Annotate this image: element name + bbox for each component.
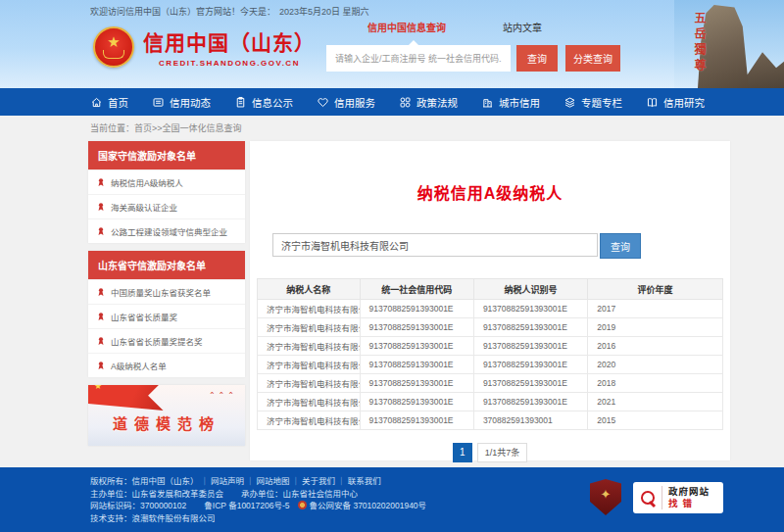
footer-police-link[interactable]: 鲁公网安备 37010202001940号 bbox=[310, 501, 427, 510]
table-cell: 91370882591393001E bbox=[473, 356, 587, 374]
copyright-text: 版权所有：信用中国（山东） bbox=[90, 476, 199, 486]
sidebar-item-china-quality-award[interactable]: 中国质量奖山东省获奖名单 bbox=[88, 279, 245, 304]
main-panel: 纳税信用A级纳税人 查询 纳税人名称 统一社会信用代码 纳税人识别号 评价年度 … bbox=[250, 141, 730, 460]
table-cell: 济宁市海智机电科技有限公司 bbox=[258, 300, 361, 318]
tab-site-articles[interactable]: 站内文章 bbox=[503, 20, 542, 40]
col-taxpayer-name: 纳税人名称 bbox=[258, 279, 361, 300]
heart-icon bbox=[317, 96, 329, 109]
taishan-photo: 五岳獨尊 bbox=[674, 0, 784, 88]
table-row: 济宁市海智机电科技有限公司91370882591393001E913708825… bbox=[258, 356, 723, 374]
sidebar-section-national: 国家守信激励对象名单 纳税信用A级纳税人 海关高级认证企业 公路工程建设领域守信… bbox=[88, 141, 245, 243]
table-cell: 91370882591393001E bbox=[360, 337, 473, 356]
sidebar-item-customs-certified[interactable]: 海关高级认证企业 bbox=[88, 194, 245, 218]
table-cell: 91370882591393001E bbox=[360, 356, 473, 374]
nav-item-special-topics[interactable]: 专题专栏 bbox=[564, 95, 622, 110]
sidebar-section-title: 国家守信激励对象名单 bbox=[88, 141, 245, 169]
col-credit-code: 统一社会信用代码 bbox=[360, 279, 473, 300]
table-row: 济宁市海智机电科技有限公司91370882591393001E370882591… bbox=[258, 411, 723, 430]
nav-item-home[interactable]: 首页 bbox=[90, 95, 128, 110]
footer-site-code: 网站标识码：3700000102 bbox=[90, 501, 186, 510]
table-cell: 济宁市海智机电科技有限公司 bbox=[258, 411, 361, 430]
award-icon bbox=[96, 312, 106, 321]
footer: 版权所有：信用中国（山东）网站声明网站地图关于我们联系我们 主办单位：山东省发展… bbox=[0, 467, 784, 532]
table-cell: 2021 bbox=[588, 393, 723, 411]
brand-text: 信用中国（山东） CREDIT.SHANDONG.GOV.CN bbox=[143, 26, 316, 68]
table-cell: 济宁市海智机电科技有限公司 bbox=[258, 318, 361, 337]
table-cell: 济宁市海智机电科技有限公司 bbox=[258, 374, 361, 393]
table-cell: 2015 bbox=[588, 411, 723, 430]
tab-credit-info-search[interactable]: 信用中国信息查询 bbox=[368, 20, 446, 40]
table-cell: 济宁市海智机电科技有限公司 bbox=[258, 356, 361, 374]
pagination: 1 1/1共7条 bbox=[250, 443, 730, 462]
footer-icp-link[interactable]: 鲁ICP 备10017206号-5 bbox=[204, 501, 289, 510]
footer-link-about[interactable]: 关于我们 bbox=[290, 476, 336, 486]
book-icon bbox=[646, 96, 659, 109]
search-row: 查询 分类查询 bbox=[326, 45, 620, 72]
table-row: 济宁市海智机电科技有限公司91370882591393001E913708825… bbox=[258, 337, 723, 356]
sidebar-item-governor-quality-award[interactable]: 山东省省长质量奖 bbox=[88, 304, 245, 328]
table-cell: 91370882591393001E bbox=[360, 411, 473, 430]
sidebar-item-taxpayer-a[interactable]: 纳税信用A级纳税人 bbox=[88, 169, 245, 194]
moral-banner-text: 道德模范榜 bbox=[88, 412, 245, 433]
table-cell: 2020 bbox=[588, 356, 723, 374]
clipboard-icon bbox=[234, 96, 247, 109]
sidebar-item-governor-quality-nomination[interactable]: 山东省省长质量奖提名奖 bbox=[88, 328, 245, 353]
table-cell: 91370882591393001E bbox=[360, 393, 473, 411]
table-row: 济宁市海智机电科技有限公司91370882591393001E913708825… bbox=[258, 300, 723, 318]
footer-link-sitemap[interactable]: 网站地图 bbox=[244, 476, 290, 486]
award-icon bbox=[96, 226, 106, 236]
police-badge-icon bbox=[298, 501, 307, 509]
footer-line-organizers: 主办单位：山东省发展和改革委员会承办单位：山东省社会信用中心 bbox=[90, 488, 426, 501]
award-icon bbox=[96, 202, 106, 212]
taxpayer-query-button[interactable]: 查询 bbox=[600, 233, 641, 259]
gov-agency-shield-icon[interactable] bbox=[590, 479, 621, 515]
page-title: 纳税信用A级纳税人 bbox=[250, 180, 730, 204]
table-cell: 济宁市海智机电科技有限公司 bbox=[258, 337, 361, 356]
category-query-button[interactable]: 分类查询 bbox=[565, 45, 620, 72]
nav-item-info-disclosure[interactable]: 信息公示 bbox=[234, 95, 293, 110]
header-query-button[interactable]: 查询 bbox=[516, 45, 558, 72]
footer-info: 版权所有：信用中国（山东）网站声明网站地图关于我们联系我们 主办单位：山东省发展… bbox=[90, 475, 426, 524]
main-nav: 首页 信用动态 信息公示 信用服务 政策法规 城市信用 专题专栏 信用研究 bbox=[0, 88, 784, 116]
footer-badges: 政府网站 找错 bbox=[590, 479, 723, 515]
table-cell: 91370882591393001E bbox=[473, 337, 587, 356]
table-cell: 91370882591393001E bbox=[360, 374, 473, 393]
sidebar-section-title: 山东省守信激励对象名单 bbox=[88, 251, 245, 279]
home-icon bbox=[90, 96, 103, 109]
content-area: 国家守信激励对象名单 纳税信用A级纳税人 海关高级认证企业 公路工程建设领域守信… bbox=[88, 141, 730, 460]
site-title: 信用中国（山东） bbox=[143, 26, 316, 56]
grid-icon bbox=[399, 96, 412, 109]
moral-model-banner[interactable]: ⌃⌃⌃ 道德模范榜 bbox=[88, 385, 245, 446]
table-cell: 91370882591393001E bbox=[473, 300, 587, 318]
taxpayer-table-body: 济宁市海智机电科技有限公司91370882591393001E913708825… bbox=[258, 300, 723, 430]
sidebar-item-highway-trustworthy[interactable]: 公路工程建设领域守信典型企业 bbox=[88, 218, 245, 243]
page: 欢迎访问信用中国（山东）官方网站！今天是：2023年5月20日 星期六 五岳獨尊… bbox=[0, 0, 784, 532]
nav-item-credit-news[interactable]: 信用动态 bbox=[152, 95, 211, 110]
search-tabs: 信用中国信息查询 站内文章 bbox=[326, 20, 620, 40]
welcome-text: 欢迎访问信用中国（山东）官方网站！今天是： bbox=[90, 7, 275, 17]
nav-item-policies[interactable]: 政策法规 bbox=[399, 95, 458, 110]
taxpayer-search: 查询 bbox=[272, 233, 730, 259]
site-logo[interactable]: 信用中国（山东） CREDIT.SHANDONG.GOV.CN bbox=[93, 26, 316, 68]
table-row: 济宁市海智机电科技有限公司91370882591393001E913708825… bbox=[258, 374, 723, 393]
taxpayer-search-input[interactable] bbox=[272, 233, 598, 257]
footer-link-statement[interactable]: 网站声明 bbox=[199, 476, 245, 486]
page-number-button[interactable]: 1 bbox=[453, 443, 472, 462]
breadcrumb-home-link[interactable]: 首页 bbox=[134, 123, 152, 133]
nav-item-city-credit[interactable]: 城市信用 bbox=[481, 95, 540, 110]
nav-item-credit-research[interactable]: 信用研究 bbox=[646, 95, 705, 110]
gov-site-error-report-badge[interactable]: 政府网站 找错 bbox=[633, 482, 723, 513]
current-date: 2023年5月20日 星期六 bbox=[279, 7, 369, 17]
footer-link-contact[interactable]: 联系我们 bbox=[335, 476, 381, 486]
header-search-input[interactable] bbox=[326, 45, 511, 72]
site-header: 欢迎访问信用中国（山东）官方网站！今天是：2023年5月20日 星期六 五岳獨尊… bbox=[0, 0, 784, 88]
col-eval-year: 评价年度 bbox=[588, 279, 723, 300]
magnifier-icon bbox=[640, 490, 656, 506]
nav-item-credit-service[interactable]: 信用服务 bbox=[317, 95, 375, 110]
national-emblem-icon bbox=[93, 26, 134, 68]
table-cell: 91370882591393001E bbox=[473, 318, 587, 337]
footer-undertaker: 承办单位：山东省社会信用中心 bbox=[241, 489, 358, 499]
sidebar-item-a-level-taxpayer-list[interactable]: A级纳税人名单 bbox=[88, 353, 245, 377]
layers-icon bbox=[564, 96, 576, 109]
table-cell: 91370882591393001E bbox=[473, 393, 587, 411]
